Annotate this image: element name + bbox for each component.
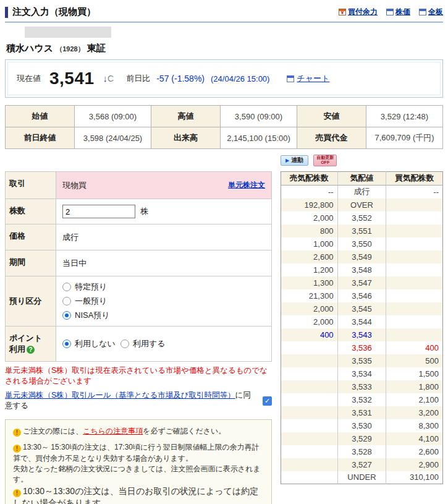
down-arrow-icon: ↓ — [103, 73, 108, 83]
price-cell[interactable]: 3,529 — [337, 432, 386, 445]
current-price: 3,541 — [49, 69, 95, 88]
deposit-option-tokutei[interactable]: 特定預り — [62, 281, 107, 293]
tick-indicator: ↓C — [103, 73, 114, 84]
order-book-row: 2,000 3,545 — [281, 302, 443, 315]
buy-qty-cell — [386, 224, 443, 237]
price-cell[interactable]: 3,532 — [337, 393, 386, 406]
quantity-row: 株数 株 — [6, 199, 271, 224]
price-cell[interactable]: 3,536 — [337, 341, 386, 354]
price-cell[interactable]: 3,535 — [337, 354, 386, 367]
buy-qty-cell — [386, 199, 443, 211]
order-book-row: 800 3,551 — [281, 224, 443, 237]
price-cell[interactable]: UNDER — [337, 471, 386, 484]
sell-qty-cell — [281, 354, 338, 367]
buy-qty-cell: 2,600 — [386, 445, 443, 458]
full-board-link[interactable]: 全板 — [419, 7, 443, 17]
quantity-input[interactable] — [62, 205, 135, 218]
price-cell[interactable]: 成行 — [337, 186, 386, 199]
price-row: 価格 成行 — [6, 224, 271, 250]
prev-close-label: 前日終値 — [6, 127, 75, 149]
auto-update-off-button[interactable]: 自動更新OFF — [313, 155, 337, 166]
help-icon[interactable]: ? — [27, 346, 35, 354]
price-cell[interactable]: 3,534 — [337, 367, 386, 380]
point-usage-row: ポイント 利用? 利用しない 利用する — [6, 327, 271, 361]
sell-qty-cell: 1,300 — [281, 276, 338, 289]
deposit-option-ippan[interactable]: 一般預り — [62, 296, 107, 307]
notice-line-3: 失効となった銘柄の注文状況につきましては、注文照会画面に表示されます。 — [13, 464, 264, 485]
order-form: 取引 現物買 単元株注文 株数 株 価格 成行 — [5, 171, 272, 362]
radio-selected-icon[interactable] — [62, 340, 71, 348]
order-book-row: 3,529 4,100 — [281, 432, 443, 445]
buy-qty-cell: 2,900 — [386, 458, 443, 471]
link-price-button[interactable]: ▶連動 — [281, 155, 308, 166]
price-cell[interactable]: 3,528 — [337, 445, 386, 458]
sell-qty-cell: 1,200 — [281, 263, 338, 276]
buy-qty-cell — [386, 250, 443, 263]
price-cell[interactable]: OVER — [337, 199, 386, 211]
sell-qty-cell — [281, 432, 338, 445]
price-cell[interactable]: 3,548 — [337, 263, 386, 276]
price-cell[interactable]: 3,531 — [337, 406, 386, 419]
price-cell[interactable]: 3,545 — [337, 302, 386, 315]
sell-qty-cell — [281, 367, 338, 380]
buy-qty-cell — [386, 276, 443, 289]
deposit-options: 特定預り 一般預り NISA預り — [56, 276, 271, 326]
stock-price-link[interactable]: 株価 — [386, 7, 410, 17]
price-cell[interactable]: 3,546 — [337, 289, 386, 302]
buy-qty-cell — [386, 315, 443, 328]
price-cell[interactable]: 3,549 — [337, 250, 386, 263]
price-cell[interactable]: 3,550 — [337, 237, 386, 250]
yen-window-icon — [339, 9, 346, 15]
price-cell[interactable]: 3,552 — [337, 211, 386, 224]
deposit-type-row: 預り区分 特定預り 一般預り NISA預り — [6, 276, 271, 327]
order-book-row: 1,200 3,548 — [281, 263, 443, 276]
agreement-checkbox[interactable]: ✓ — [263, 396, 272, 406]
chart-link[interactable]: チャート — [287, 73, 329, 84]
point-option-yes[interactable]: 利用する — [120, 338, 166, 349]
buy-qty-cell: 3,200 — [386, 406, 443, 419]
order-book-row: 1,000 3,550 — [281, 237, 443, 250]
order-book-body: -- 成行 -- 192,800 OVER 2,000 — [281, 186, 443, 484]
sell-qty-cell: 2,000 — [281, 211, 338, 224]
order-book-row: 3,534 1,500 — [281, 367, 443, 380]
deposit-option-nisa[interactable]: NISA預り — [62, 310, 110, 321]
sell-qty-cell — [281, 380, 338, 393]
order-book-row: UNDER 310,100 — [281, 471, 443, 484]
main-area: 取引 現物買 単元株注文 株数 株 価格 成行 — [5, 154, 443, 504]
radio-icon[interactable] — [120, 340, 129, 348]
radio-icon[interactable] — [62, 283, 71, 291]
radio-selected-icon[interactable] — [62, 311, 71, 320]
buy-qty-cell — [386, 237, 443, 250]
buy-qty-cell — [386, 289, 443, 302]
price-cell[interactable]: 3,547 — [337, 276, 386, 289]
price-cell[interactable]: 3,543 — [337, 328, 386, 341]
price-cell[interactable]: 3,530 — [337, 419, 386, 432]
close-flag: C — [108, 74, 114, 83]
buy-qty-cell: 310,100 — [386, 471, 443, 484]
price-cell[interactable]: 3,544 — [337, 315, 386, 328]
stock-name: 積水ハウス — [6, 43, 53, 53]
price-cell[interactable]: 3,527 — [337, 458, 386, 471]
buy-qty-cell — [386, 328, 443, 341]
buy-qty-cell — [386, 302, 443, 315]
caution-items-link[interactable]: こちらの注意事項 — [83, 427, 143, 435]
price-cell[interactable]: 3,533 — [337, 380, 386, 393]
price-label: 価格 — [6, 224, 56, 250]
price-value: 成行 — [56, 224, 271, 250]
quote-timestamp: (24/04/26 15:00) — [211, 74, 269, 83]
point-option-no[interactable]: 利用しない — [62, 338, 116, 349]
trade-rule-link[interactable]: 単元未満株（S株）取引ルール（基準となる市場及び取引時間等） — [5, 391, 235, 399]
top-links: 買付余力 株価 全板 — [339, 7, 443, 17]
order-entry-page: 注文入力（現物買） 買付余力 株価 全板 積水ハウス （1928） 東証 現在値… — [0, 0, 448, 504]
buying-power-link[interactable]: 買付余力 — [339, 7, 378, 17]
trade-type-label: 取引 — [6, 172, 56, 199]
order-book-row: 3,535 500 — [281, 354, 443, 367]
sell-qty-cell — [281, 393, 338, 406]
radio-icon[interactable] — [62, 297, 71, 305]
sell-qty-cell: 2,000 — [281, 315, 338, 328]
sell-qty-cell: 2,000 — [281, 302, 338, 315]
odd-lot-order-link[interactable]: 単元株注文 — [228, 180, 265, 190]
order-book-row: 2,600 3,549 — [281, 250, 443, 263]
price-cell[interactable]: 3,551 — [337, 224, 386, 237]
deposit-type-label: 預り区分 — [6, 276, 56, 326]
